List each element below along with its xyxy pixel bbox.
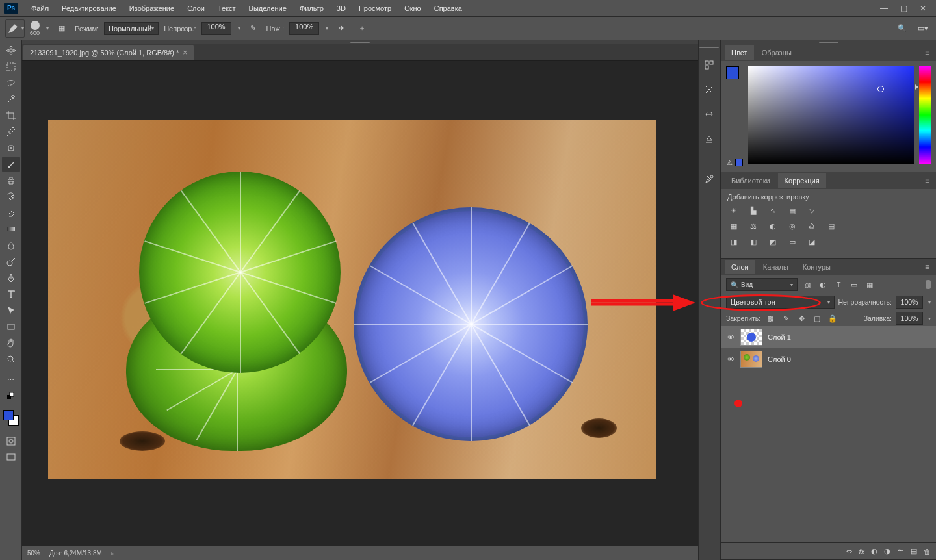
color-tab[interactable]: Цвет xyxy=(725,45,754,60)
color-lookup-icon[interactable]: ▤ xyxy=(825,220,838,232)
maximize-button[interactable]: ▢ xyxy=(894,3,913,14)
lock-pixels-icon[interactable]: ✎ xyxy=(780,312,792,324)
path-selection-tool[interactable] xyxy=(2,303,20,318)
hand-tool[interactable] xyxy=(2,335,20,351)
brightness-contrast-icon[interactable]: ☀ xyxy=(727,205,740,216)
layers-tab[interactable]: Слои xyxy=(725,260,755,274)
panel-grip[interactable] xyxy=(699,45,720,49)
new-layer-icon[interactable]: ▤ xyxy=(911,547,917,555)
character-panel-icon[interactable] xyxy=(700,105,718,123)
minimize-button[interactable]: — xyxy=(875,3,893,14)
exposure-icon[interactable]: ▤ xyxy=(786,205,799,216)
visibility-toggle-icon[interactable]: 👁 xyxy=(726,355,735,363)
levels-icon[interactable]: ▙ xyxy=(747,205,760,216)
curves-icon[interactable]: ∿ xyxy=(766,205,779,216)
pressure-opacity-icon[interactable]: ✎ xyxy=(246,21,261,36)
brush-dropdown-icon[interactable]: ▾ xyxy=(46,25,49,31)
fill-dropdown-icon[interactable]: ▾ xyxy=(928,316,931,322)
vibrance-icon[interactable]: ▽ xyxy=(805,205,818,216)
tool-preset-picker[interactable]: ▾ xyxy=(5,19,25,38)
gradient-tool[interactable] xyxy=(2,222,20,237)
layer-opacity-input[interactable]: 100% xyxy=(896,296,923,309)
properties-panel-icon[interactable] xyxy=(700,81,718,99)
healing-brush-tool[interactable] xyxy=(2,140,20,156)
closest-color-swatch[interactable] xyxy=(735,159,743,166)
filter-shape-icon[interactable]: ▭ xyxy=(848,279,860,290)
menu-select[interactable]: Выделение xyxy=(242,2,293,15)
opacity-dropdown-icon[interactable]: ▾ xyxy=(238,25,240,31)
panel-menu-icon[interactable]: ≡ xyxy=(922,173,932,188)
fg-color-mini-swatch[interactable] xyxy=(726,66,739,79)
eyedropper-tool[interactable] xyxy=(2,124,20,140)
channel-mixer-icon[interactable]: ♺ xyxy=(805,220,818,232)
flow-input[interactable]: 100% xyxy=(289,22,319,35)
link-layers-icon[interactable]: ⇔ xyxy=(846,547,852,555)
hue-slider-handle[interactable] xyxy=(915,84,918,90)
lock-transparency-icon[interactable]: ▩ xyxy=(764,312,776,324)
status-more-icon[interactable]: ▸ xyxy=(111,550,114,557)
menu-view[interactable]: Просмотр xyxy=(352,2,398,15)
filter-toggle[interactable] xyxy=(926,280,931,289)
blend-mode-select[interactable]: Нормальный▾ xyxy=(104,22,159,35)
gradient-map-icon[interactable]: ▭ xyxy=(786,236,799,248)
panel-menu-icon[interactable]: ≡ xyxy=(922,45,932,60)
layer-name[interactable]: Слой 1 xyxy=(768,333,791,341)
history-brush-tool[interactable] xyxy=(2,189,20,205)
document-tab[interactable]: 2133091_1920.jpg @ 50% (Слой 1, RGB/8#) … xyxy=(23,45,194,60)
zoom-level[interactable]: 50% xyxy=(27,550,40,557)
edit-toolbar-icon[interactable]: ⋯ xyxy=(2,372,20,388)
color-balance-icon[interactable]: ⚖ xyxy=(747,220,760,232)
adjustment-layer-icon[interactable]: ◑ xyxy=(884,547,890,555)
lock-all-icon[interactable]: 🔒 xyxy=(827,312,838,324)
blur-tool[interactable] xyxy=(2,238,20,253)
adjustments-tab[interactable]: Коррекция xyxy=(778,173,826,188)
default-colors-icon[interactable] xyxy=(2,388,20,404)
layer-thumbnail[interactable] xyxy=(740,329,762,346)
history-panel-icon[interactable] xyxy=(700,56,718,74)
layer-filter-kind-select[interactable]: 🔍 Вид▾ xyxy=(726,278,798,291)
quick-mask-icon[interactable] xyxy=(2,433,20,449)
filter-smart-icon[interactable]: ▦ xyxy=(864,279,876,290)
filter-pixel-icon[interactable]: ▧ xyxy=(801,279,813,290)
menu-layers[interactable]: Слои xyxy=(181,2,211,15)
panel-menu-icon[interactable]: ≡ xyxy=(922,260,932,274)
channels-tab[interactable]: Каналы xyxy=(757,260,795,274)
layer-group-icon[interactable]: 🗀 xyxy=(897,548,904,555)
pressure-size-icon[interactable]: ⌖ xyxy=(354,21,370,36)
layer-name[interactable]: Слой 0 xyxy=(768,355,791,363)
visibility-toggle-icon[interactable]: 👁 xyxy=(726,333,735,341)
type-tool[interactable] xyxy=(2,286,20,302)
blend-mode-select[interactable]: Цветовой тон▾ xyxy=(726,296,835,309)
menu-3d[interactable]: 3D xyxy=(330,2,352,15)
menu-filter[interactable]: Фильтр xyxy=(293,2,330,15)
opacity-dropdown-icon[interactable]: ▾ xyxy=(928,299,931,305)
menu-type[interactable]: Текст xyxy=(211,2,242,15)
close-tab-icon[interactable]: × xyxy=(183,48,187,57)
libraries-tab[interactable]: Библиотеки xyxy=(725,173,777,188)
menu-edit[interactable]: Редактирование xyxy=(55,2,123,15)
brush-preview[interactable]: 600 xyxy=(30,21,40,36)
menu-help[interactable]: Справка xyxy=(428,2,469,15)
workspace-switcher-icon[interactable]: ▭▾ xyxy=(915,21,931,36)
foreground-color-swatch[interactable] xyxy=(3,410,14,420)
brush-settings-panel-icon[interactable] xyxy=(700,170,718,188)
brush-tool[interactable] xyxy=(2,157,20,172)
layer-thumbnail[interactable] xyxy=(740,351,762,368)
move-tool[interactable] xyxy=(2,43,20,58)
gamut-warning-icon[interactable]: ⚠ xyxy=(727,159,733,166)
hue-slider[interactable] xyxy=(919,66,931,164)
search-icon[interactable]: 🔍 xyxy=(894,21,910,36)
marquee-tool[interactable] xyxy=(2,59,20,75)
invert-icon[interactable]: ◨ xyxy=(727,236,740,248)
foreground-background-colors[interactable] xyxy=(2,409,20,427)
brush-panel-toggle-icon[interactable]: ▦ xyxy=(54,21,70,36)
lasso-tool[interactable] xyxy=(2,75,20,91)
clone-stamp-tool[interactable] xyxy=(2,173,20,188)
flow-dropdown-icon[interactable]: ▾ xyxy=(326,25,328,31)
layer-row[interactable]: 👁 Слой 0 xyxy=(721,348,936,370)
menu-image[interactable]: Изображение xyxy=(123,2,181,15)
filter-type-icon[interactable]: T xyxy=(833,279,844,290)
layer-row[interactable]: 👁 Слой 1 xyxy=(721,326,936,348)
posterize-icon[interactable]: ◧ xyxy=(747,236,760,248)
screen-mode-icon[interactable] xyxy=(2,450,20,465)
